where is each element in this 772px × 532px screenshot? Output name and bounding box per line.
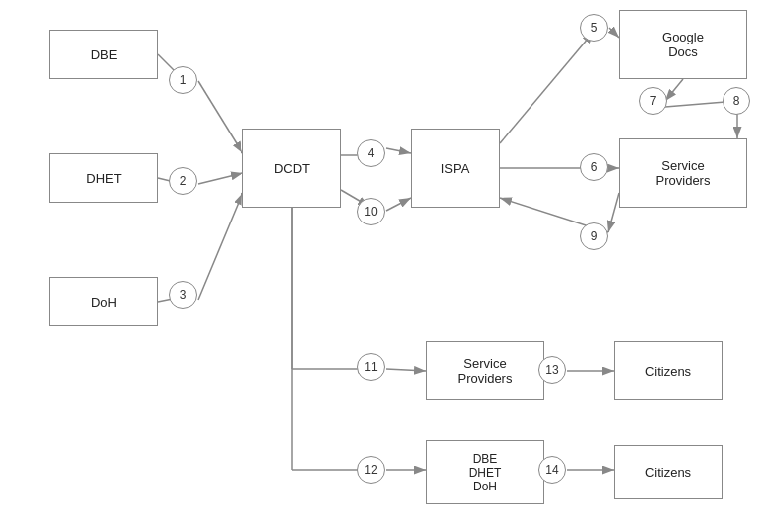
- svg-line-18: [608, 193, 619, 232]
- svg-line-10: [386, 198, 411, 211]
- dbe-dhet-doh-box: DBE DHET DoH: [426, 440, 544, 504]
- circle-1: 1: [169, 66, 197, 94]
- circle-4: 4: [357, 139, 385, 167]
- svg-line-6: [198, 193, 242, 300]
- dcdt-box: DCDT: [242, 129, 341, 208]
- circle-3: 3: [169, 281, 197, 309]
- citizens-mid-box: Citizens: [614, 341, 723, 400]
- svg-line-22: [386, 369, 426, 371]
- svg-line-8: [386, 148, 411, 153]
- circle-11: 11: [357, 353, 385, 381]
- doh-box: DoH: [49, 277, 158, 326]
- diagram: DBE DHET DoH DCDT ISPA Google Docs Servi…: [0, 0, 772, 532]
- circle-9: 9: [580, 222, 608, 250]
- svg-line-12: [609, 28, 619, 38]
- circle-5: 5: [580, 14, 608, 42]
- circle-8: 8: [723, 87, 750, 115]
- svg-line-4: [198, 81, 242, 153]
- circle-7: 7: [639, 87, 667, 115]
- citizens-bot-box: Citizens: [614, 445, 723, 499]
- circle-2: 2: [169, 167, 197, 195]
- circle-6: 6: [580, 153, 608, 181]
- svg-line-15: [665, 79, 683, 101]
- dhet-box: DHET: [49, 153, 158, 203]
- ispa-box: ISPA: [411, 129, 500, 208]
- service-providers-top-box: Service Providers: [619, 138, 747, 208]
- svg-line-11: [500, 32, 594, 143]
- circle-14: 14: [538, 456, 566, 484]
- google-docs-box: Google Docs: [619, 10, 747, 79]
- svg-line-5: [198, 173, 242, 184]
- circle-13: 13: [538, 356, 566, 384]
- service-providers-mid-box: Service Providers: [426, 341, 544, 400]
- circle-12: 12: [357, 456, 385, 484]
- dbe-box: DBE: [49, 30, 158, 79]
- circle-10: 10: [357, 198, 385, 225]
